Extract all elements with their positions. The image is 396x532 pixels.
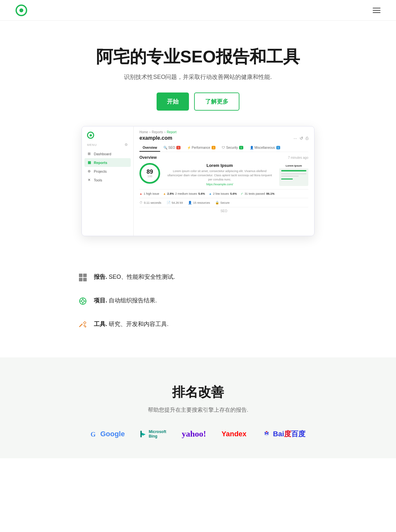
feature-projects-desc: 自动组织报告结果.	[109, 297, 157, 304]
menu-button[interactable]	[373, 8, 380, 13]
refresh-icon[interactable]: ↺	[300, 136, 303, 141]
metric-resources: 👤 15 resources	[188, 201, 210, 204]
tab-overview[interactable]: Overview	[139, 144, 160, 152]
score-circle: 89 100	[139, 163, 160, 184]
dash-logo-inner	[90, 134, 92, 136]
sidebar-item-tools[interactable]: ✕ Tools	[82, 176, 133, 184]
site-desc: Lorem ipsum color sit amet, consectetur …	[165, 169, 274, 181]
settings-icon[interactable]: ⚙	[125, 143, 128, 147]
hero-section: 阿宅的专业SEO报告和工具 识别技术性SEO问题，并采取行动改善网站的健康和性能…	[0, 21, 396, 252]
ranking-title: 排名改善	[16, 383, 380, 401]
feature-reports: 报告. SEO、性能和安全性测试.	[78, 272, 318, 284]
score-denom: 100	[147, 175, 152, 178]
security-badge: 1	[239, 146, 243, 149]
overview-content: 89 100 Lorem Ipsum Lorem ipsum color sit…	[139, 163, 308, 186]
sidebar-item-projects[interactable]: ⊚ Projects	[82, 167, 133, 176]
metric-size: 📄 54.26 k9	[167, 201, 183, 204]
dashboard-main: Home › Reports › Report example.com ··· …	[134, 126, 314, 236]
tab-misc[interactable]: 👤 Miscellaneous 1	[247, 144, 284, 152]
projects-icon: ⊚	[87, 169, 91, 173]
hero-buttons: 开始 了解更多	[16, 92, 380, 111]
performance-badge: 1	[212, 146, 215, 149]
feature-tools-title: 工具.	[94, 321, 107, 327]
bing-logo: Microsoft Bing	[140, 429, 166, 439]
thumb-line-2	[281, 176, 299, 177]
speed-icon: ⏱	[139, 201, 143, 204]
svg-rect-0	[79, 274, 82, 277]
low-issue: ▲ 2 low issues 5.6%	[209, 192, 236, 195]
site-thumbnail: Lorem Ipsum	[279, 163, 308, 186]
thumb-button	[281, 179, 293, 179]
tests-passed: ✓ 31 tests passed 86.1%	[241, 192, 275, 195]
metric-speed: ⏱ 0.11 seconds	[139, 201, 161, 204]
start-button[interactable]: 开始	[157, 92, 189, 111]
low-issue-icon: ▲	[209, 192, 212, 195]
thumb-line-1	[281, 173, 306, 174]
feature-reports-title: 报告.	[94, 274, 107, 280]
issues-row: ▲ 1 high issue ▲ 2.8% 2 medium issues 5.…	[139, 189, 308, 195]
feature-tools: 工具. 研究、开发和内容工具.	[78, 320, 318, 331]
baidu-logo: Bai度百度	[262, 429, 305, 439]
svg-text:G: G	[91, 431, 96, 438]
hero-subtitle: 识别技术性SEO问题，并采取行动改善网站的健康和性能.	[16, 73, 380, 81]
dash-menu-label: MENU ⚙	[82, 143, 133, 149]
logo	[16, 5, 27, 16]
tools-icon: ✕	[87, 178, 91, 182]
thumb-title: Lorem Ipsum	[279, 163, 308, 169]
svg-point-14	[267, 432, 269, 433]
medium-issue-icon: ▲	[163, 192, 166, 195]
dash-actions: ··· ↺ ⎙	[293, 136, 308, 141]
secure-icon: 🔒	[215, 201, 219, 204]
misc-badge: 1	[276, 146, 280, 149]
dash-logo-circle	[87, 132, 94, 139]
high-issue-icon: ▲	[139, 192, 142, 195]
feature-projects-title: 项目.	[94, 297, 107, 304]
tools-feature-icon	[78, 320, 87, 331]
passed-icon: ✓	[241, 192, 243, 195]
learn-more-button[interactable]: 了解更多	[194, 92, 239, 111]
overview-time: 7 minutes ago	[288, 156, 308, 159]
ranking-section: 排名改善 帮助您提升在主要搜索引擎上存在的报告. G Google Micros…	[0, 357, 396, 458]
svg-rect-3	[83, 278, 87, 281]
logo-inner	[19, 8, 23, 12]
tab-security[interactable]: 🛡 Security 1	[219, 144, 246, 152]
sidebar-item-dashboard[interactable]: ⊞ Dashboard	[82, 149, 133, 158]
medium-issue: ▲ 2.8% 2 medium issues 5.6%	[163, 192, 205, 195]
feature-reports-desc: SEO、性能和安全性测试.	[109, 274, 175, 280]
projects-feature-icon	[78, 297, 87, 308]
dashboard-icon: ⊞	[87, 152, 91, 156]
sidebar-item-reports[interactable]: ▦ Reports	[84, 158, 131, 167]
size-icon: 📄	[167, 201, 170, 204]
feature-projects-text: 项目. 自动组织报告结果.	[94, 296, 157, 305]
seo-badge: 1	[176, 146, 180, 149]
site-title: example.com	[139, 135, 172, 141]
feature-reports-text: 报告. SEO、性能和安全性测试.	[94, 272, 175, 282]
svg-rect-11	[140, 431, 142, 437]
metric-security: 🔒 Secure	[215, 201, 230, 204]
dash-logo	[82, 132, 133, 143]
ranking-subtitle: 帮助您提升在主要搜索引擎上存在的报告.	[16, 406, 380, 414]
hero-title: 阿宅的专业SEO报告和工具	[16, 47, 380, 67]
dashboard-preview: MENU ⚙ ⊞ Dashboard ▦ Reports ⊚ Projects …	[82, 126, 314, 236]
yahoo-logo: yahoo!	[182, 429, 206, 439]
thumb-bar	[281, 170, 306, 171]
google-logo: G Google	[91, 430, 125, 438]
site-name: Lorem Ipsum	[165, 163, 274, 168]
reports-feature-icon	[78, 273, 87, 284]
tab-performance[interactable]: ⚡ Performance 1	[184, 144, 219, 152]
navbar	[0, 0, 396, 21]
svg-rect-2	[79, 278, 82, 281]
high-issue: ▲ 1 high issue	[139, 192, 159, 195]
reports-icon: ▦	[87, 160, 91, 165]
svg-point-13	[265, 432, 266, 433]
feature-tools-desc: 研究、开发和内容工具.	[109, 321, 169, 327]
print-icon[interactable]: ⎙	[306, 136, 308, 141]
dash-tabs: Overview 🔍 SEO 1 ⚡ Performance 1 🛡 Secur…	[139, 144, 308, 152]
site-url[interactable]: https://example.com/	[165, 183, 274, 186]
tab-seo[interactable]: 🔍 SEO 1	[160, 144, 183, 152]
more-options-icon[interactable]: ···	[293, 136, 297, 141]
breadcrumb: Home › Reports › Report	[139, 130, 308, 134]
site-info: Lorem Ipsum Lorem ipsum color sit amet, …	[165, 163, 274, 186]
overview-header: Overview 7 minutes ago	[139, 155, 308, 160]
dashboard-sidebar: MENU ⚙ ⊞ Dashboard ▦ Reports ⊚ Projects …	[82, 126, 134, 236]
